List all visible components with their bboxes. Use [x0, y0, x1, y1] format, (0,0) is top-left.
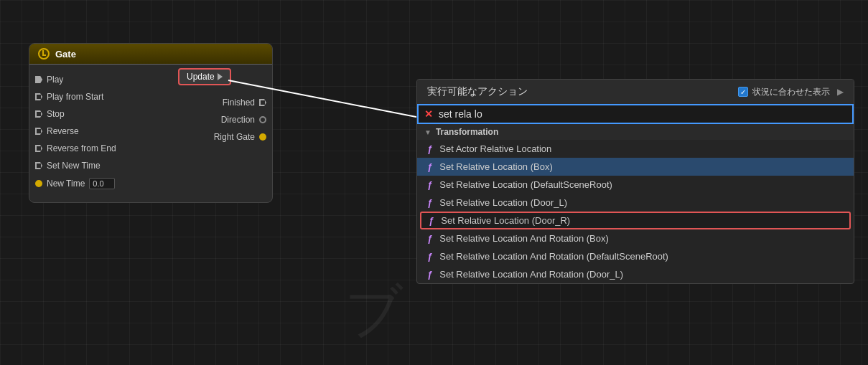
- gate-body: Play Play from Start Stop Reverse Revers…: [29, 65, 272, 202]
- pin-reverse-from-end: Reverse from End: [29, 142, 151, 155]
- fn-icon: ƒ: [427, 179, 432, 190]
- gate-header: Gate: [29, 44, 272, 65]
- search-clear-button[interactable]: ✕: [424, 108, 433, 120]
- new-time-label: New Time: [47, 179, 85, 189]
- action-panel: 実行可能なアクション ✓ 状況に合わせた表示 ▶ ✕ ▼ Transformat…: [416, 79, 854, 284]
- search-row: ✕: [417, 104, 854, 124]
- fn-icon: ƒ: [427, 251, 432, 262]
- result-item-4[interactable]: ƒ Set Relative Location (Door_R): [420, 212, 851, 229]
- section-header: ▼ Transformation: [417, 124, 854, 140]
- fn-icon: ƒ: [427, 197, 432, 208]
- new-time-input[interactable]: [89, 178, 115, 189]
- result-item-2[interactable]: ƒ Set Relative Location (DefaultSceneRoo…: [417, 176, 854, 194]
- pin-stop: Stop: [29, 108, 151, 120]
- new-time-row: New Time: [29, 176, 151, 194]
- pin-right-gate-icon: [259, 133, 266, 141]
- pin-right-gate-label: Right Gate: [214, 132, 255, 142]
- action-panel-checkbox[interactable]: ✓ 状況に合わせた表示 ▶: [738, 86, 844, 98]
- gate-pins-left: Play Play from Start Stop Reverse Revers…: [29, 70, 151, 196]
- result-label: Set Relative Location (DefaultSceneRoot): [439, 179, 612, 190]
- result-label: Set Relative Location (Box): [439, 161, 553, 172]
- pin-exec-icon: [35, 76, 42, 83]
- pin-finished-label: Finished: [223, 98, 255, 108]
- result-label: Set Relative Location (Door_L): [439, 197, 567, 208]
- result-label: Set Relative Location And Rotation (Door…: [439, 269, 623, 280]
- pin-play-from-start-label: Play from Start: [47, 92, 103, 102]
- pin-direction-icon: [259, 116, 266, 123]
- result-item-6[interactable]: ƒ Set Relative Location And Rotation (De…: [417, 247, 854, 265]
- pin-set-new-time-label: Set New Time: [47, 161, 101, 171]
- section-label: Transformation: [436, 127, 498, 137]
- pin-reverse-from-end-label: Reverse from End: [47, 143, 116, 153]
- gate-pins-right: Finished Direction Right Gate: [151, 70, 272, 196]
- checkbox-label: 状況に合わせた表示: [752, 86, 830, 98]
- pin-reverse: Reverse: [29, 125, 151, 138]
- gate-title: Gate: [55, 49, 76, 60]
- pin-exec-icon: [259, 99, 266, 106]
- pin-play-label: Play: [47, 75, 63, 85]
- result-item-1[interactable]: ƒ Set Relative Location (Box): [417, 158, 854, 176]
- fn-icon: ƒ: [427, 233, 432, 244]
- fn-icon: ƒ: [429, 215, 434, 226]
- pin-circle-icon: [35, 180, 42, 187]
- update-arrow-icon: [218, 73, 223, 80]
- action-panel-title: 実行可能なアクション: [427, 85, 528, 98]
- result-label: Set Actor Relative Location: [439, 143, 551, 154]
- fn-icon: ƒ: [427, 269, 432, 280]
- checkbox-icon: ✓: [738, 87, 748, 97]
- result-label: Set Relative Location (Door_R): [441, 215, 570, 226]
- result-item-7[interactable]: ƒ Set Relative Location And Rotation (Do…: [417, 265, 854, 283]
- pin-play: Play: [29, 73, 151, 86]
- chevron-right-icon: ▶: [837, 87, 844, 97]
- result-item-3[interactable]: ƒ Set Relative Location (Door_L): [417, 194, 854, 212]
- results-list: ƒ Set Actor Relative Location ƒ Set Rela…: [417, 140, 854, 283]
- fn-icon: ƒ: [427, 161, 432, 172]
- gate-node: Gate Play Play from Start Stop Reverse R…: [29, 43, 273, 203]
- pin-set-new-time: Set New Time: [29, 159, 151, 172]
- jp-char-decoration: ブ: [345, 273, 403, 351]
- action-panel-header: 実行可能なアクション ✓ 状況に合わせた表示 ▶: [417, 80, 854, 104]
- result-label: Set Relative Location And Rotation (Box): [439, 233, 609, 244]
- section-arrow-icon: ▼: [424, 128, 431, 136]
- result-item-0[interactable]: ƒ Set Actor Relative Location: [417, 140, 854, 158]
- pin-direction: Direction: [215, 113, 272, 126]
- pin-exec-icon: [35, 110, 42, 118]
- pin-direction-label: Direction: [221, 115, 255, 125]
- fn-icon: ƒ: [427, 143, 432, 154]
- result-label: Set Relative Location And Rotation (Defa…: [439, 251, 668, 262]
- update-button-label: Update: [187, 72, 215, 82]
- result-item-5[interactable]: ƒ Set Relative Location And Rotation (Bo…: [417, 229, 854, 247]
- pin-reverse-label: Reverse: [47, 126, 79, 136]
- pin-right-gate: Right Gate: [208, 131, 272, 143]
- pin-exec-icon: [35, 162, 42, 169]
- update-button[interactable]: Update: [178, 68, 231, 85]
- pin-exec-icon: [35, 128, 42, 135]
- pin-finished: Finished: [217, 96, 272, 109]
- pin-exec-icon: [35, 145, 42, 152]
- pin-play-from-start: Play from Start: [29, 90, 151, 103]
- pin-stop-label: Stop: [47, 109, 65, 119]
- gate-clock-icon: [38, 48, 50, 60]
- search-input[interactable]: [439, 108, 846, 120]
- pin-exec-icon: [35, 93, 42, 100]
